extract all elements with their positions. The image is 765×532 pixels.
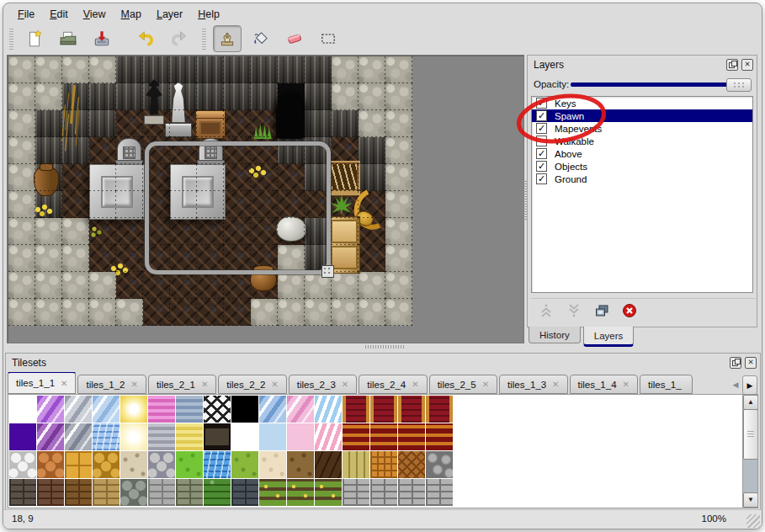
tileset-tile[interactable] [9, 451, 36, 478]
layer-visibility-checkbox[interactable] [536, 136, 547, 146]
tileset-tile[interactable] [231, 451, 258, 478]
selection-resize-handle[interactable] [321, 265, 334, 278]
undo-button[interactable] [131, 25, 160, 52]
tileset-tile[interactable] [343, 451, 369, 478]
open-map-button[interactable] [54, 25, 82, 52]
close-tab-icon[interactable]: ✕ [412, 380, 418, 389]
scroll-down-button[interactable]: ▼ [743, 492, 758, 508]
map-selection-rect[interactable] [145, 141, 331, 274]
scroll-tabs-right-button[interactable]: ▶ [742, 375, 757, 395]
scroll-up-button[interactable]: ▲ [743, 395, 758, 410]
close-tab-icon[interactable]: ✕ [201, 380, 208, 389]
tileset-tile[interactable] [37, 451, 64, 478]
tileset-tab-tiles_2_2[interactable]: tiles_2_2✕ [218, 375, 286, 394]
opacity-slider[interactable] [571, 82, 750, 87]
tileset-tile[interactable] [231, 396, 258, 423]
tileset-tile[interactable] [370, 479, 397, 506]
stamp-tool-button[interactable] [213, 25, 242, 52]
scroll-tabs-left-button[interactable]: ◀ [729, 375, 742, 393]
lower-layer-button[interactable] [563, 301, 585, 321]
tileset-tile[interactable] [343, 479, 369, 506]
tileset-tile[interactable] [426, 479, 453, 506]
scrollbar-thumb[interactable] [743, 409, 758, 460]
delete-layer-button[interactable] [619, 301, 640, 321]
menu-map[interactable]: Map [114, 6, 149, 23]
tileset-tile[interactable] [259, 479, 286, 506]
tileset-tile[interactable] [287, 451, 314, 478]
menu-file[interactable]: File [10, 6, 42, 23]
tileset-tab-tiles_2_1[interactable]: tiles_2_1✕ [148, 375, 216, 394]
tileset-tile[interactable] [93, 479, 120, 506]
map-content[interactable] [8, 56, 412, 326]
close-panel-button[interactable]: ✕ [741, 59, 753, 71]
layer-row-mapevents[interactable]: ✓Mapevents [532, 122, 752, 135]
tileset-tile[interactable] [204, 396, 231, 423]
close-tab-icon[interactable]: ✕ [552, 380, 559, 389]
opacity-slider-handle[interactable] [726, 78, 752, 92]
dock-tab-history[interactable]: History [529, 327, 581, 343]
layer-visibility-checkbox[interactable]: ✓ [536, 161, 547, 172]
tileset-tile[interactable] [398, 396, 425, 423]
toolbar-drag-handle[interactable] [202, 28, 206, 50]
tileset-tile[interactable] [287, 396, 314, 423]
tileset-tile[interactable] [65, 396, 92, 423]
menu-layer[interactable]: Layer [149, 6, 190, 23]
new-map-button[interactable] [20, 25, 49, 52]
tileset-tile[interactable] [426, 423, 453, 450]
tileset-tile[interactable] [148, 396, 175, 423]
tileset-tile[interactable] [231, 479, 258, 506]
tileset-tile[interactable] [343, 396, 369, 423]
tileset-tab-tiles_2_5[interactable]: tiles_2_5✕ [429, 375, 497, 394]
tileset-tile[interactable] [426, 451, 453, 478]
menu-help[interactable]: Help [190, 6, 227, 23]
tileset-tile[interactable] [65, 479, 92, 506]
tileset-tile[interactable] [315, 423, 342, 450]
layer-visibility-checkbox[interactable]: ✓ [536, 110, 547, 121]
layer-visibility-checkbox[interactable]: ✓ [536, 123, 547, 134]
tileset-tile[interactable] [37, 479, 64, 506]
layer-row-walkable[interactable]: Walkable [532, 135, 752, 147]
tileset-tile[interactable] [398, 423, 425, 450]
tileset-tile[interactable] [370, 451, 397, 478]
tileset-tile[interactable] [315, 451, 342, 478]
close-tab-icon[interactable]: ✕ [482, 380, 489, 389]
float-panel-button[interactable] [730, 357, 741, 369]
tileset-tab-tiles_1_4[interactable]: tiles_1_4✕ [570, 375, 638, 394]
tileset-tile[interactable] [398, 451, 425, 478]
layer-row-objects[interactable]: ✓Objects [532, 160, 752, 173]
close-tab-icon[interactable]: ✕ [130, 380, 137, 389]
tileset-tile[interactable] [398, 479, 425, 506]
layer-visibility-checkbox[interactable]: ✓ [536, 98, 547, 109]
tileset-tile[interactable] [93, 396, 120, 423]
tileset-tile[interactable] [65, 423, 92, 450]
tileset-tab-tiles_2_3[interactable]: tiles_2_3✕ [289, 375, 357, 394]
eraser-tool-button[interactable] [280, 25, 309, 52]
tileset-tab-tiles_2_4[interactable]: tiles_2_4✕ [359, 375, 427, 394]
dock-tab-layers[interactable]: Layers [583, 327, 635, 347]
tileset-grid[interactable]: ▲ ▼ [8, 394, 758, 508]
close-tab-icon[interactable]: ✕ [271, 380, 278, 389]
tileset-tile[interactable] [93, 451, 120, 478]
tileset-tile[interactable] [204, 451, 231, 478]
tileset-tile[interactable] [9, 396, 36, 423]
redo-button[interactable] [165, 25, 194, 52]
tileset-tab-tiles_1_3[interactable]: tiles_1_3✕ [499, 375, 567, 394]
tileset-tile[interactable] [343, 423, 369, 450]
tileset-tile[interactable] [120, 396, 147, 423]
map-viewport[interactable] [7, 55, 524, 343]
layer-row-spawn[interactable]: ✓Spawn [532, 109, 752, 122]
tileset-tile[interactable] [176, 479, 203, 506]
fill-tool-button[interactable] [247, 25, 275, 52]
duplicate-layer-button[interactable] [591, 301, 613, 321]
layer-row-above[interactable]: ✓Above [532, 147, 752, 160]
tileset-tile[interactable] [176, 451, 203, 478]
tileset-tile[interactable] [426, 396, 453, 423]
tileset-tile[interactable] [148, 423, 175, 450]
tileset-tile[interactable] [65, 451, 92, 478]
select-tool-button[interactable] [314, 25, 343, 52]
close-tab-icon[interactable]: ✕ [342, 380, 348, 389]
tileset-tile[interactable] [259, 423, 286, 450]
close-tab-icon[interactable]: ✕ [623, 380, 630, 389]
layer-visibility-checkbox[interactable]: ✓ [536, 173, 547, 184]
toolbar-drag-handle[interactable] [9, 28, 13, 50]
